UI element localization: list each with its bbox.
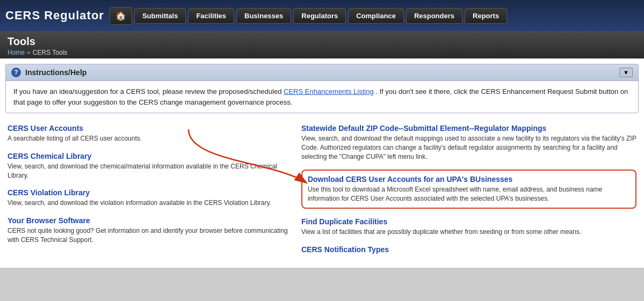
chemical-library-link[interactable]: CERS Chemical Library xyxy=(8,152,91,160)
breadcrumb-separator: » xyxy=(27,49,31,56)
instructions-panel: ? Instructions/Help ▼ If you have an ide… xyxy=(5,64,639,113)
tool-chemical-library: CERS Chemical Library View, search, and … xyxy=(8,152,291,180)
user-accounts-desc: A searchable listing of all CERS user ac… xyxy=(8,134,291,143)
violation-library-desc: View, search, and download the violation… xyxy=(8,199,291,208)
duplicate-facilities-desc: View a list of facilities that are possi… xyxy=(301,227,636,237)
violation-library-link[interactable]: CERS Violation Library xyxy=(8,188,90,197)
instructions-body: If you have an idea/suggestion for a CER… xyxy=(6,81,638,113)
breadcrumb: Home » CERS Tools xyxy=(8,49,636,56)
tool-zip-code: Statewide Default ZIP Code--Submittal El… xyxy=(301,124,636,161)
help-icon: ? xyxy=(11,68,21,77)
tool-browser-software: Your Browser Software CERS not quite loo… xyxy=(8,216,291,245)
nav-reports[interactable]: Reports xyxy=(465,8,507,24)
nav-regulators[interactable]: Regulators xyxy=(293,8,346,24)
nav-bar: Submittals Facilities Businesses Regulat… xyxy=(134,8,644,24)
tool-download-upa: Download CERS User Accounts for an UPA's… xyxy=(308,175,630,203)
app-logo: CERS Regulator xyxy=(5,9,104,23)
browser-software-desc: CERS not quite looking good? Get informa… xyxy=(8,226,291,245)
notification-types-link[interactable]: CERS Notification Types xyxy=(301,245,389,254)
chemical-library-desc: View, search, and download the chemical/… xyxy=(8,162,291,180)
download-upa-link[interactable]: Download CERS User Accounts for an UPA's… xyxy=(308,175,512,183)
tool-user-accounts: CERS User Accounts A searchable listing … xyxy=(8,124,291,143)
tool-notification-types: CERS Notification Types xyxy=(301,245,636,254)
nav-compliance[interactable]: Compliance xyxy=(348,8,404,24)
left-column: CERS User Accounts A searchable listing … xyxy=(8,124,291,262)
browser-software-link[interactable]: Your Browser Software xyxy=(8,216,90,225)
nav-submittals[interactable]: Submittals xyxy=(134,8,186,24)
tool-violation-library: CERS Violation Library View, search, and… xyxy=(8,188,291,208)
highlighted-tool-box: Download CERS User Accounts for an UPA's… xyxy=(301,170,636,209)
nav-responders[interactable]: Responders xyxy=(406,8,462,24)
download-upa-desc: Use this tool to download a Microsoft Ex… xyxy=(308,185,630,203)
zip-code-desc: View, search, and download the default m… xyxy=(301,134,636,161)
breadcrumb-current: CERS Tools xyxy=(33,49,67,56)
enhancements-listing-link[interactable]: CERS Enhancements Listing xyxy=(284,87,374,96)
nav-businesses[interactable]: Businesses xyxy=(236,8,291,24)
instructions-title: Instructions/Help xyxy=(25,68,86,77)
duplicate-facilities-link[interactable]: Find Duplicate Facilities xyxy=(301,217,387,226)
page-title: Tools xyxy=(8,35,636,48)
nav-facilities[interactable]: Facilities xyxy=(188,8,234,24)
zip-code-link[interactable]: Statewide Default ZIP Code--Submittal El… xyxy=(301,124,546,133)
collapse-button[interactable]: ▼ xyxy=(619,68,633,77)
user-accounts-link[interactable]: CERS User Accounts xyxy=(8,124,83,133)
instructions-text1: If you have an idea/suggestion for a CER… xyxy=(13,87,281,96)
breadcrumb-home[interactable]: Home xyxy=(8,49,25,56)
tool-duplicate-facilities: Find Duplicate Facilities View a list of… xyxy=(301,217,636,237)
right-column: Statewide Default ZIP Code--Submittal El… xyxy=(301,124,636,262)
home-button[interactable]: 🏠 xyxy=(110,7,132,25)
